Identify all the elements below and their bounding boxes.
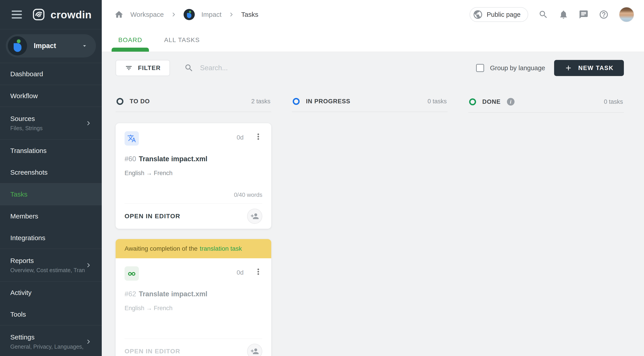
globe-icon [473, 10, 483, 20]
banner-text: Awaiting completion of the [124, 245, 198, 252]
language-pair: English → French [124, 170, 262, 177]
search-icon [184, 63, 194, 73]
column-task-count: 0 tasks [428, 98, 447, 105]
sidebar-item-reports[interactable]: Reports Overview, Cost estimate, Transl.… [0, 249, 102, 282]
hamburger-menu-icon[interactable] [12, 10, 22, 18]
help-icon[interactable] [599, 10, 609, 20]
sidebar-item-subtitle: Files, Strings [10, 125, 85, 132]
search-icon[interactable] [538, 10, 548, 20]
user-avatar[interactable] [619, 7, 634, 22]
sidebar-item-settings[interactable]: Settings General, Privacy, Languages, Q.… [0, 325, 102, 356]
project-selector[interactable]: Impact [6, 34, 96, 58]
task-id: #62 [124, 290, 136, 298]
sidebar-header: crowdin [0, 0, 102, 29]
sidebar-item-sources[interactable]: Sources Files, Strings [0, 107, 102, 140]
filter-icon [125, 64, 132, 72]
search-input[interactable] [200, 64, 356, 72]
project-name: Impact [34, 42, 74, 50]
column-name: DONE [482, 98, 501, 105]
sidebar-item-screenshots[interactable]: Screenshots [0, 162, 102, 183]
sidebar: crowdin Impact Dashboard Workflow [0, 0, 102, 356]
info-icon[interactable]: i [507, 98, 514, 106]
translation-task-link[interactable]: translation task [200, 245, 242, 252]
column-name: IN PROGRESS [306, 98, 350, 105]
plus-icon [564, 64, 572, 72]
column-task-count: 2 tasks [251, 98, 270, 105]
new-task-button[interactable]: NEW TASK [554, 60, 624, 76]
tab-board[interactable]: BOARD [118, 36, 142, 52]
sidebar-item-members[interactable]: Members [0, 205, 102, 227]
filter-label: FILTER [138, 65, 160, 72]
sidebar-item-workflow[interactable]: Workflow [0, 85, 102, 107]
breadcrumb-project-avatar [184, 9, 195, 20]
sidebar-item-tools[interactable]: Tools [0, 304, 102, 325]
public-page-label: Public page [486, 11, 520, 18]
group-by-language-label: Group by language [490, 64, 545, 72]
chevron-right-icon [170, 12, 177, 18]
column-task-count: 0 tasks [604, 98, 623, 105]
task-title: #60Translate impact.xml [124, 155, 262, 163]
column-in-progress-header: IN PROGRESS 0 tasks [292, 94, 448, 112]
sidebar-item-subtitle: General, Privacy, Languages, Q... [10, 344, 85, 350]
home-icon[interactable] [114, 10, 124, 19]
sidebar-item-translations[interactable]: Translations [0, 140, 102, 162]
filter-button[interactable]: FILTER [116, 60, 170, 76]
column-todo: TO DO 2 tasks 0d [116, 94, 271, 356]
word-progress-empty [124, 326, 262, 334]
chevron-right-icon [85, 262, 92, 268]
breadcrumb-project[interactable]: Impact [202, 11, 222, 18]
tab-all-tasks[interactable]: ALL TASKS [164, 36, 200, 52]
proofread-task-icon [124, 266, 139, 281]
sidebar-item-dashboard[interactable]: Dashboard [0, 63, 102, 85]
public-page-button[interactable]: Public page [470, 7, 528, 22]
chevron-right-icon [85, 338, 92, 345]
done-status-ring-icon [469, 98, 476, 105]
language-pair: English → French [124, 305, 262, 312]
app-root: crowdin Impact Dashboard Workflow [0, 0, 644, 356]
open-in-editor-link[interactable]: OPEN IN EDITOR [124, 213, 180, 220]
person-add-icon [250, 212, 259, 220]
in-progress-status-ring-icon [293, 98, 300, 105]
column-done: DONE i 0 tasks [468, 94, 624, 356]
topbar-actions: Public page [470, 7, 634, 22]
task-id: #60 [124, 155, 136, 163]
due-badge: 0d [236, 266, 244, 276]
kanban-board: TO DO 2 tasks 0d [116, 94, 624, 356]
breadcrumb-current-page: Tasks [241, 11, 258, 18]
crowdin-logo[interactable]: crowdin [32, 8, 92, 22]
kebab-menu-icon[interactable] [254, 131, 262, 141]
topbar: Workspace Impact Tasks Public page [102, 0, 644, 29]
chevron-right-icon [85, 120, 92, 126]
kebab-menu-icon[interactable] [254, 266, 262, 276]
new-task-label: NEW TASK [578, 65, 614, 72]
assign-user-button[interactable] [247, 344, 262, 356]
tabs-bar: BOARD ALL TASKS [102, 29, 644, 52]
notifications-bell-icon[interactable] [558, 10, 568, 20]
task-search [184, 63, 476, 73]
translate-task-icon [124, 131, 139, 146]
task-card-60[interactable]: 0d #60Translate impact.xml English → Fre… [116, 123, 271, 229]
sidebar-item-tasks[interactable]: Tasks [0, 183, 102, 205]
main-area: Workspace Impact Tasks Public page [102, 0, 644, 356]
word-progress: 0/40 words [124, 192, 262, 199]
due-badge: 0d [236, 131, 244, 141]
column-todo-header: TO DO 2 tasks [116, 94, 271, 112]
divider [0, 29, 102, 29]
chevron-right-icon [228, 12, 234, 18]
crowdin-logo-icon [32, 8, 46, 22]
sidebar-item-activity[interactable]: Activity [0, 282, 102, 304]
open-in-editor-link-disabled: OPEN IN EDITOR [124, 348, 180, 355]
chevron-down-icon [81, 42, 88, 49]
breadcrumb-workspace[interactable]: Workspace [130, 11, 164, 18]
breadcrumb: Workspace Impact Tasks [114, 9, 258, 20]
todo-status-ring-icon [116, 98, 124, 105]
checkbox-unchecked[interactable] [476, 64, 484, 72]
group-by-language-toggle[interactable]: Group by language [476, 64, 545, 72]
messages-chat-icon[interactable] [579, 10, 588, 20]
column-in-progress: IN PROGRESS 0 tasks [292, 94, 448, 356]
project-avatar [8, 36, 27, 56]
task-card-62[interactable]: Awaiting completion of the translation t… [116, 239, 271, 356]
sidebar-item-integrations[interactable]: Integrations [0, 227, 102, 249]
assign-user-button[interactable] [247, 209, 262, 224]
sidebar-item-subtitle: Overview, Cost estimate, Transl... [10, 267, 85, 274]
